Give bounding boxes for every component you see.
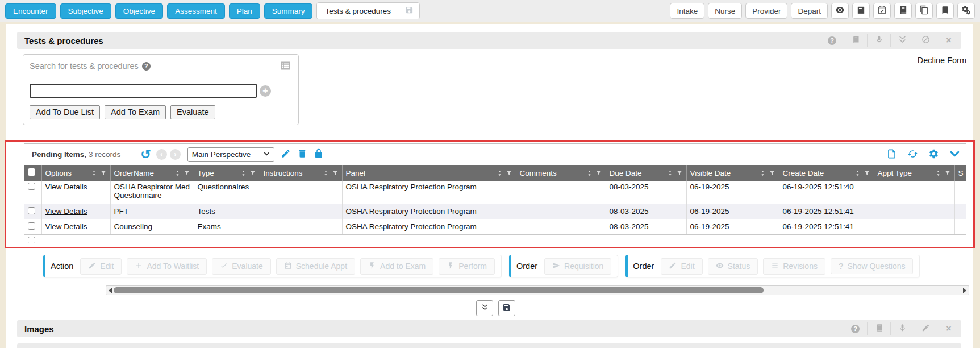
schedule-appt-button[interactable]: Schedule Appt (276, 258, 355, 275)
book-button[interactable] (894, 3, 912, 19)
column-header-visible-date[interactable]: Visible Date (686, 165, 779, 181)
nurse-button[interactable]: Nurse (708, 3, 742, 19)
filter-icon[interactable] (184, 169, 190, 176)
new-document-button[interactable] (886, 148, 897, 161)
settings-button[interactable] (957, 3, 975, 19)
intake-button[interactable]: Intake (670, 3, 704, 19)
status-button[interactable]: Status (708, 258, 758, 275)
evaluate-button[interactable]: Evaluate (170, 105, 215, 119)
scrollbar-thumb[interactable] (114, 287, 764, 293)
help-button[interactable]: ? (844, 322, 867, 335)
view-details-link[interactable]: View Details (45, 222, 87, 231)
decline-form-link[interactable]: Decline Form (918, 56, 966, 65)
sort-icon[interactable] (586, 169, 593, 177)
row-checkbox[interactable] (28, 207, 35, 214)
filter-icon[interactable] (944, 169, 951, 176)
microphone-button[interactable] (867, 34, 890, 47)
undo-button[interactable]: ↺ (138, 149, 153, 160)
new-row-checkbox[interactable] (28, 237, 35, 244)
column-header-ordername[interactable]: OrderName (110, 165, 194, 181)
add-to-due-list-button[interactable]: Add To Due List (30, 105, 100, 119)
microphone-button[interactable] (890, 322, 914, 335)
select-all-checkbox[interactable] (28, 168, 35, 176)
expand-more-button[interactable] (476, 300, 493, 316)
book-button[interactable] (844, 34, 867, 47)
lock-perspective-button[interactable] (314, 148, 324, 160)
close-section-button[interactable]: × (937, 322, 960, 335)
save-form-button[interactable] (498, 300, 515, 316)
tab-subjective[interactable]: Subjective (60, 3, 111, 19)
filter-icon[interactable] (100, 169, 107, 176)
order-edit-button[interactable]: Edit (661, 258, 702, 275)
add-to-exam-button[interactable]: Add To Exam (105, 105, 166, 119)
horizontal-scrollbar[interactable] (106, 285, 969, 295)
calendar-button[interactable] (873, 3, 891, 19)
column-header-cutoff[interactable]: S (954, 165, 966, 181)
edit-button[interactable]: Edit (80, 258, 122, 275)
filter-icon[interactable] (595, 169, 602, 176)
eye-button[interactable] (831, 3, 849, 19)
sort-icon[interactable] (91, 169, 97, 177)
decline-section-button[interactable] (914, 34, 937, 47)
edit-section-button[interactable] (914, 322, 937, 335)
sort-icon[interactable] (667, 169, 673, 177)
depart-button[interactable]: Depart (791, 3, 828, 19)
sort-icon[interactable] (240, 169, 247, 177)
bookmark-button[interactable] (936, 3, 954, 19)
filter-icon[interactable] (769, 169, 775, 176)
column-header-type[interactable]: Type (194, 165, 260, 181)
row-checkbox[interactable] (28, 222, 35, 230)
collapse-button[interactable] (890, 34, 914, 47)
help-button[interactable]: ? (820, 34, 844, 47)
add-search-button[interactable]: + (260, 85, 271, 97)
save-tab-button[interactable] (399, 3, 419, 19)
tab-encounter[interactable]: Encounter (5, 3, 56, 19)
scroll-right-arrow[interactable] (963, 288, 966, 293)
grid-settings-button[interactable] (928, 148, 939, 161)
copy-button[interactable] (915, 3, 933, 19)
column-header-options[interactable]: Options (41, 165, 110, 181)
archive-button[interactable] (852, 3, 870, 19)
tab-tests-procedures[interactable]: Tests & procedures (317, 3, 399, 19)
sort-icon[interactable] (760, 169, 766, 177)
tab-plan[interactable]: Plan (229, 3, 260, 19)
filter-icon[interactable] (676, 169, 683, 176)
add-to-waitlist-button[interactable]: Add To Waitlist (127, 258, 207, 275)
tab-objective[interactable]: Objective (115, 3, 163, 19)
column-header-appt-type[interactable]: Appt Type (874, 165, 954, 181)
sort-icon[interactable] (174, 169, 181, 177)
book-button[interactable] (867, 322, 890, 335)
revisions-button[interactable]: Revisions (763, 258, 825, 275)
sort-icon[interactable] (935, 169, 941, 177)
tab-assessment[interactable]: Assessment (167, 3, 225, 19)
tab-summary[interactable]: Summary (264, 3, 313, 19)
previous-page-button[interactable]: ‹ (156, 149, 167, 160)
add-to-exam-action-button[interactable]: Add to Exam (360, 258, 433, 275)
column-header-comments[interactable]: Comments (516, 165, 606, 181)
browse-list-button[interactable] (279, 60, 292, 73)
refresh-grid-button[interactable] (907, 148, 918, 161)
perform-button[interactable]: Perform (439, 258, 495, 275)
provider-button[interactable]: Provider (745, 3, 787, 19)
column-header-create-date[interactable]: Create Date (779, 165, 874, 181)
edit-perspective-button[interactable] (281, 148, 291, 160)
search-help-icon[interactable]: ? (142, 62, 151, 71)
row-checkbox[interactable] (28, 183, 35, 190)
evaluate-action-button[interactable]: Evaluate (212, 258, 270, 275)
search-input[interactable] (30, 84, 257, 98)
filter-icon[interactable] (864, 169, 870, 176)
sort-icon[interactable] (854, 169, 861, 177)
filter-icon[interactable] (249, 169, 256, 176)
perspective-select[interactable]: Main Perspective (187, 147, 274, 162)
collapse-grid-button[interactable] (949, 148, 960, 161)
column-header-due-date[interactable]: Due Date (606, 165, 686, 181)
column-header-panel[interactable]: Panel (342, 165, 516, 181)
close-section-button[interactable]: × (937, 34, 960, 47)
requisition-button[interactable]: Requisition (544, 258, 611, 275)
scroll-left-arrow[interactable] (109, 288, 112, 293)
sort-icon[interactable] (497, 169, 503, 177)
show-questions-button[interactable]: ?Show Questions (831, 258, 914, 274)
column-header-instructions[interactable]: Instructions (260, 165, 342, 181)
filter-icon[interactable] (506, 169, 512, 176)
delete-perspective-button[interactable] (297, 148, 307, 160)
